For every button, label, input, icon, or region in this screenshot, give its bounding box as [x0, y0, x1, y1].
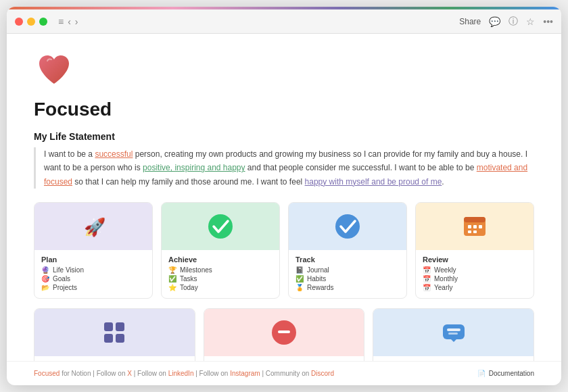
footer-links: Focused for Notion | Follow on X | Follo… [34, 370, 334, 377]
main-content: Focused My Life Statement I want to be a… [7, 34, 561, 361]
card-achieve-item-3[interactable]: ⭐Today [168, 284, 273, 291]
titlebar: ≡ ‹ › Share 💬 ⓘ ☆ ••• [7, 9, 561, 34]
card-plan-item-1[interactable]: 🔮Life Vision [41, 266, 145, 274]
life-statement-block: I want to be a successful person, creati… [34, 147, 534, 189]
highlight-happy: happy with myself and be proud of me [305, 177, 442, 187]
minimize-button[interactable] [27, 18, 35, 26]
hero-icon [34, 50, 74, 91]
svg-rect-17 [447, 328, 460, 331]
highlight-motivated: motivated and focused [44, 163, 527, 186]
card-life-banner [373, 309, 534, 356]
card-track[interactable]: Track 📓Journal ✅Habits 🏅Rewards [288, 202, 407, 299]
card-knowledge-content: Knowledge 📋Meetings 📝Notes 🔖Clips [204, 356, 364, 361]
footer-doc-icon: 📄 [477, 370, 486, 377]
svg-rect-9 [473, 230, 477, 233]
card-achieve-content: Achieve 🏆Milestones ✅Tasks ⭐Today [162, 250, 279, 298]
footer-link-focused[interactable]: Focused [34, 370, 60, 377]
life-statement-text: I want to be a successful person, creati… [44, 147, 534, 189]
svg-rect-18 [448, 333, 458, 335]
card-plan-banner: 🚀 [34, 203, 152, 250]
svg-rect-13 [116, 334, 124, 343]
card-life-content: Life 🍳Recipes 💬Quotes ⚡Opportunities & T… [373, 356, 534, 361]
star-icon[interactable]: ☆ [526, 16, 535, 27]
card-review-banner [416, 203, 534, 250]
footer-link-instagram[interactable]: Instagram [230, 370, 260, 377]
card-track-content: Track 📓Journal ✅Habits 🏅Rewards [289, 250, 406, 298]
svg-rect-7 [479, 225, 482, 228]
svg-rect-4 [464, 217, 486, 222]
share-button[interactable]: Share [459, 17, 481, 26]
card-achieve-title: Achieve [168, 255, 273, 264]
card-knowledge[interactable]: Knowledge 📋Meetings 📝Notes 🔖Clips [204, 308, 365, 361]
cards-row1: 🚀 Plan 🔮Life Vision 🎯Goals 📂Projects [34, 202, 534, 299]
svg-rect-11 [116, 322, 124, 331]
card-review-content: Review 📅Weekly 📅Monthly 📅Yearly [416, 250, 534, 298]
page-title: Focused [34, 99, 534, 120]
titlebar-actions: Share 💬 ⓘ ☆ ••• [459, 16, 553, 28]
card-plan-content: Plan 🔮Life Vision 🎯Goals 📂Projects [34, 250, 152, 298]
footer-doc-label: Documentation [489, 370, 534, 377]
footer-text-2: | Follow on [134, 370, 168, 377]
card-life[interactable]: Life 🍳Recipes 💬Quotes ⚡Opportunities & T… [373, 308, 534, 361]
nav-forward-button[interactable]: › [75, 16, 78, 27]
traffic-lights [15, 18, 47, 26]
card-review-item-3[interactable]: 📅Yearly [423, 284, 527, 291]
nav-list-icon[interactable]: ≡ [58, 16, 64, 27]
card-organise-banner [34, 309, 195, 356]
footer-text-3: | Follow on [195, 370, 230, 377]
footer-text-4: | Community on [262, 370, 311, 377]
svg-rect-15 [278, 330, 290, 333]
comment-icon[interactable]: 💬 [489, 16, 500, 27]
close-button[interactable] [15, 18, 23, 26]
life-statement-heading: My Life Statement [34, 131, 534, 142]
card-achieve[interactable]: Achieve 🏆Milestones ✅Tasks ⭐Today [161, 202, 280, 299]
footer-link-linkedin[interactable]: LinkedIn [168, 370, 194, 377]
more-options-icon[interactable]: ••• [543, 16, 553, 27]
card-achieve-banner [162, 203, 279, 250]
card-achieve-item-2[interactable]: ✅Tasks [168, 275, 273, 283]
highlight-positive: positive, inspiring and happy [143, 163, 245, 172]
card-track-item-2[interactable]: ✅Habits [295, 275, 400, 283]
card-plan-item-2[interactable]: 🎯Goals [41, 275, 145, 283]
info-icon[interactable]: ⓘ [508, 16, 518, 28]
footer-link-x[interactable]: X [127, 370, 132, 377]
svg-rect-12 [104, 334, 113, 343]
card-plan-item-3[interactable]: 📂Projects [41, 284, 145, 291]
svg-rect-5 [468, 225, 471, 228]
card-review-item-1[interactable]: 📅Weekly [423, 266, 527, 274]
cards-row2: Organise 🔷Resources 📒Notebooks 🏷️Tags [34, 308, 534, 361]
card-track-banner [289, 203, 406, 250]
svg-rect-8 [468, 230, 471, 233]
nav-back-button[interactable]: ‹ [68, 16, 71, 27]
footer-link-discord[interactable]: Discord [311, 370, 334, 377]
svg-marker-19 [451, 339, 456, 342]
card-organise-content: Organise 🔷Resources 📒Notebooks 🏷️Tags [34, 356, 195, 361]
card-track-item-3[interactable]: 🏅Rewards [295, 284, 400, 291]
card-review-item-2[interactable]: 📅Monthly [423, 275, 527, 283]
card-plan[interactable]: 🚀 Plan 🔮Life Vision 🎯Goals 📂Projects [34, 202, 153, 299]
maximize-button[interactable] [39, 18, 47, 26]
card-achieve-item-1[interactable]: 🏆Milestones [168, 266, 273, 274]
svg-rect-16 [443, 324, 465, 339]
svg-point-1 [208, 214, 233, 239]
card-track-title: Track [295, 255, 400, 264]
svg-point-2 [335, 214, 360, 239]
card-plan-title: Plan [41, 255, 145, 264]
svg-text:🚀: 🚀 [84, 216, 105, 238]
svg-rect-10 [104, 322, 113, 331]
footer-documentation[interactable]: 📄 Documentation [477, 370, 534, 377]
footer-text-1: for Notion | Follow on [62, 370, 127, 377]
highlight-successful: successful [95, 149, 133, 159]
card-review-title: Review [423, 255, 527, 264]
card-knowledge-banner [204, 309, 364, 356]
footer: Focused for Notion | Follow on X | Follo… [7, 361, 561, 385]
card-organise[interactable]: Organise 🔷Resources 📒Notebooks 🏷️Tags [34, 308, 195, 361]
card-track-item-1[interactable]: 📓Journal [295, 266, 400, 274]
svg-rect-6 [473, 225, 477, 228]
card-review[interactable]: Review 📅Weekly 📅Monthly 📅Yearly [415, 202, 534, 299]
